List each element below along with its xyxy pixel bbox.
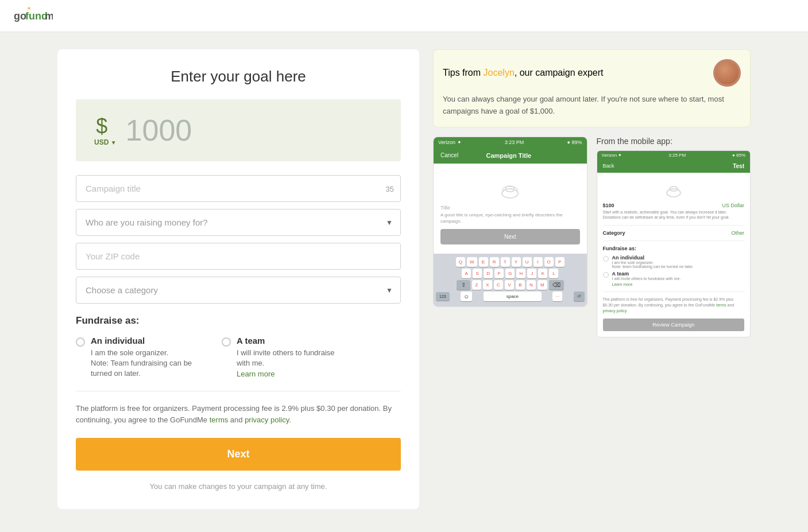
category-select[interactable]: Choose a category — [76, 277, 401, 304]
individual-note: Note: Team fundraising can be turned on … — [91, 358, 194, 379]
key-r[interactable]: R — [490, 257, 499, 267]
p1-cancel[interactable]: Cancel — [440, 152, 458, 158]
p2-individual-option[interactable]: An individual I am the sole organizer. N… — [603, 255, 745, 269]
phone1-wrapper: Verizon ✦ 3:23 PM ● 89% Cancel Campaign … — [433, 137, 587, 307]
key-s[interactable]: S — [473, 269, 482, 278]
fee-text3: . — [289, 415, 291, 424]
phone1-status-bar: Verizon ✦ 3:23 PM ● 89% — [434, 137, 587, 147]
key-o[interactable]: O — [544, 257, 554, 267]
p1-next-btn[interactable]: Next — [440, 229, 580, 244]
p2-amount-row: $100 US Dollar — [603, 203, 745, 208]
category-field: Choose a category ▼ — [76, 277, 401, 304]
currency-symbol: $ — [96, 114, 107, 138]
p2-individual-radio[interactable] — [603, 256, 609, 262]
key-m[interactable]: M — [538, 280, 547, 290]
header: go fund me ☀ — [0, 0, 808, 32]
key-g[interactable]: G — [505, 269, 515, 278]
key-t[interactable]: T — [501, 257, 510, 267]
p2-team-radio[interactable] — [603, 272, 609, 278]
logo-icon: go fund me ☀ — [14, 7, 53, 25]
p2-review-btn[interactable]: Review Campaign — [603, 319, 745, 331]
p2-team-option[interactable]: A team I will invite others to fundraise… — [603, 271, 745, 287]
key-return[interactable]: ⏎ — [574, 292, 585, 301]
key-d[interactable]: D — [484, 269, 493, 278]
privacy-link[interactable]: privacy policy — [245, 415, 289, 424]
main-content: Enter your goal here $ USD ▼ 1000 35 Who… — [0, 32, 808, 526]
key-k[interactable]: K — [538, 269, 547, 278]
tips-prefix: Tips from — [443, 68, 484, 77]
individual-radio[interactable] — [76, 337, 85, 347]
svg-text:☀: ☀ — [26, 7, 32, 11]
individual-option[interactable]: An individual I am the sole organizer. N… — [76, 336, 194, 379]
key-a[interactable]: A — [462, 269, 471, 278]
key-123[interactable]: 123 — [436, 292, 450, 301]
key-ellipsis[interactable]: ··· — [552, 292, 562, 301]
avatar-face — [716, 61, 739, 84]
p1-icon-area — [440, 173, 580, 205]
key-y[interactable]: Y — [512, 257, 521, 267]
svg-point-4 — [502, 189, 518, 198]
keyboard-row1: Q W E R T Y U I O P — [436, 257, 585, 267]
currency-selector[interactable]: $ USD ▼ — [94, 114, 117, 146]
learn-more-link[interactable]: Learn more — [237, 370, 275, 378]
tips-suffix: , our campaign expert — [515, 68, 604, 77]
p2-individual-title: An individual — [612, 255, 694, 261]
raising-for-field: Who are you raising money for? ▼ — [76, 209, 401, 236]
key-x[interactable]: X — [483, 280, 492, 290]
phone2-wrapper: From the mobile app: Verizon ✦ 3:25 PM ●… — [597, 137, 751, 337]
key-n[interactable]: N — [527, 280, 536, 290]
key-q[interactable]: Q — [456, 257, 465, 267]
team-option[interactable]: A team I will invite others to fundraise… — [222, 336, 340, 379]
keyboard-row2: A S D F G H J K L — [436, 269, 585, 278]
team-radio[interactable] — [222, 337, 231, 347]
key-b[interactable]: B — [516, 280, 525, 290]
campaign-title-input[interactable] — [76, 175, 401, 202]
p2-team-desc: I will invite others to fundraise with m… — [612, 277, 681, 281]
p2-divider1 — [603, 225, 745, 226]
p1-status-center: 3:23 PM — [505, 139, 524, 145]
p2-learn-more[interactable]: Learn more — [612, 282, 633, 286]
zip-field — [76, 243, 401, 270]
key-u[interactable]: U — [523, 257, 532, 267]
phone1-mockup: Verizon ✦ 3:23 PM ● 89% Cancel Campaign … — [433, 137, 587, 307]
p2-individual-desc: I am the sole organizer. — [612, 261, 694, 265]
p1-nav-title: Campaign Title — [486, 152, 531, 159]
next-button[interactable]: Next — [76, 438, 401, 471]
key-emoji[interactable]: ☺ — [461, 292, 472, 301]
svg-text:me: me — [45, 10, 53, 22]
raising-for-select[interactable]: Who are you raising money for? — [76, 209, 401, 236]
key-e[interactable]: E — [479, 257, 488, 267]
key-i[interactable]: I — [533, 257, 543, 267]
goal-amount[interactable]: 1000 — [126, 113, 192, 147]
key-h[interactable]: H — [516, 269, 525, 278]
key-space[interactable]: space — [484, 292, 542, 301]
key-p[interactable]: P — [555, 257, 565, 267]
p1-logo-icon — [496, 182, 524, 200]
p2-fundraise-label: Fundraise as: — [603, 246, 745, 251]
p2-category-row: Category Other — [603, 230, 745, 236]
footer-note: You can make changes to your campaign at… — [76, 482, 401, 491]
zip-input[interactable] — [76, 243, 401, 270]
p2-fee-privacy[interactable]: privacy policy — [603, 309, 627, 313]
tips-title: Tips from Jocelyn, our campaign expert — [443, 68, 604, 78]
p2-category-value: Other — [731, 230, 744, 236]
goal-area[interactable]: $ USD ▼ 1000 — [76, 99, 401, 161]
key-l[interactable]: L — [549, 269, 558, 278]
key-delete[interactable]: ⌫ — [549, 280, 564, 290]
key-c[interactable]: C — [494, 280, 503, 290]
p2-icon-area — [603, 178, 745, 203]
key-v[interactable]: V — [505, 280, 514, 290]
key-j[interactable]: J — [527, 269, 536, 278]
campaign-title-field: 35 — [76, 175, 401, 202]
key-shift[interactable]: ⇧ — [457, 280, 470, 290]
key-f[interactable]: F — [494, 269, 504, 278]
key-w[interactable]: W — [467, 257, 477, 267]
keyboard-row4: 123 ☺ space ··· ⏎ — [436, 292, 585, 301]
left-panel: Enter your goal here $ USD ▼ 1000 35 Who… — [57, 49, 419, 509]
p2-back[interactable]: Back — [603, 163, 614, 169]
p2-team-details: A team I will invite others to fundraise… — [612, 271, 681, 287]
terms-link[interactable]: terms — [210, 415, 229, 424]
key-z[interactable]: Z — [472, 280, 481, 290]
p2-fee-terms[interactable]: terms — [716, 303, 726, 307]
logo[interactable]: go fund me ☀ — [14, 7, 53, 25]
